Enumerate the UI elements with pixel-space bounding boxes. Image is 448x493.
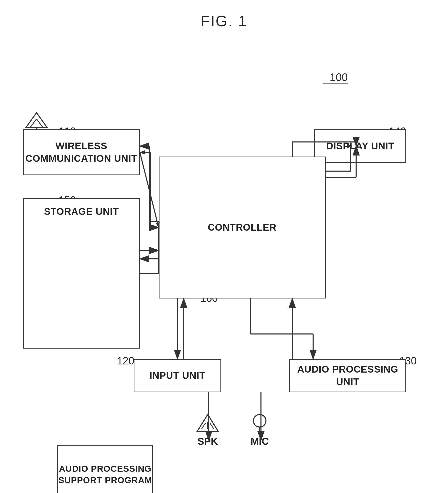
audio-processing-support-program-box: AUDIO PROCESSINGSUPPORT PROGRAM: [57, 445, 153, 493]
microphone-icon: [252, 414, 267, 432]
storage-unit-label: STORAGE UNIT: [44, 205, 119, 218]
ref-120-label: 120: [117, 355, 134, 367]
mic-label: MIC: [250, 436, 269, 447]
svg-point-8: [253, 415, 266, 427]
diagram-container: FIG. 1 100 110 140 150 151 160 120 130 W…: [0, 0, 448, 493]
input-unit-label: INPUT UNIT: [149, 370, 205, 382]
input-unit-box: INPUT UNIT: [134, 359, 221, 392]
wireless-communication-unit-label: WIRELESSCOMMUNICATION UNIT: [25, 140, 137, 165]
display-unit-box: DISPLAY UNIT: [314, 129, 406, 163]
svg-marker-11: [140, 150, 145, 155]
storage-unit-box: STORAGE UNIT AUDIO PROCESSINGSUPPORT PRO…: [23, 198, 140, 348]
svg-marker-14: [154, 225, 159, 230]
audio-processing-unit-label: AUDIO PROCESSING UNIT: [290, 363, 405, 388]
mic-container: MIC: [250, 414, 269, 447]
ref-100-underline: [323, 83, 348, 84]
display-unit-label: DISPLAY UNIT: [326, 140, 394, 152]
audio-processing-support-program-label: AUDIO PROCESSINGSUPPORT PROGRAM: [58, 463, 152, 486]
ref-100-label: 100: [330, 71, 348, 83]
wireless-communication-unit-box: WIRELESSCOMMUNICATION UNIT: [23, 129, 140, 175]
controller-label: CONTROLLER: [208, 221, 276, 234]
svg-marker-1: [26, 113, 47, 127]
spk-label: SPK: [198, 436, 218, 447]
svg-marker-13: [140, 150, 145, 155]
audio-processing-unit-box: AUDIO PROCESSING UNIT: [289, 359, 406, 392]
figure-title: FIG. 1: [201, 12, 247, 30]
controller-box: CONTROLLER: [159, 157, 326, 299]
svg-line-10: [140, 152, 159, 227]
spk-container: SPK: [196, 414, 219, 447]
speaker-icon: [196, 414, 219, 432]
